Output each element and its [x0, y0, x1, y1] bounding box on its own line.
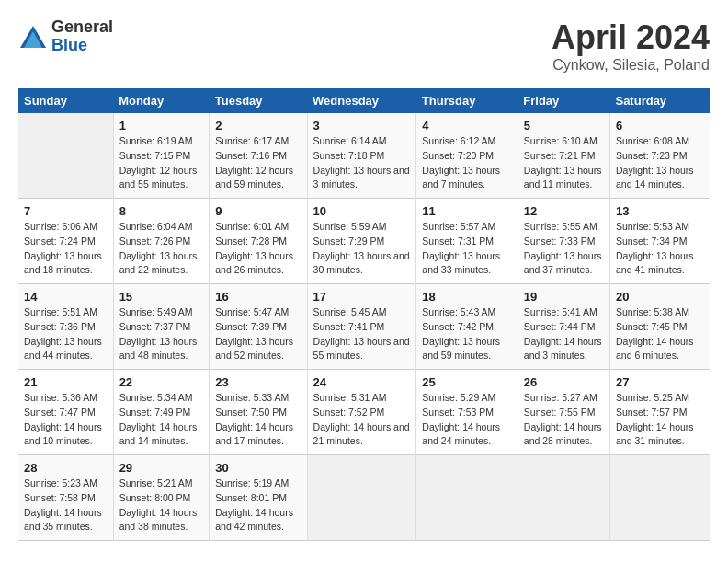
- day-cell-w4-d5: [518, 455, 609, 541]
- day-number: 30: [215, 461, 301, 475]
- day-number: 8: [119, 204, 204, 218]
- day-cell-w2-d6: 20Sunrise: 5:38 AMSunset: 7:45 PMDayligh…: [609, 284, 710, 370]
- day-cell-w4-d1: 29Sunrise: 5:21 AMSunset: 8:00 PMDayligh…: [113, 455, 210, 541]
- header-sunday: Sunday: [18, 88, 113, 113]
- cell-detail: Sunrise: 6:06 AMSunset: 7:24 PMDaylight:…: [24, 220, 108, 278]
- location-subtitle: Cynkow, Silesia, Poland: [552, 57, 710, 74]
- week-row-1: 7Sunrise: 6:06 AMSunset: 7:24 PMDaylight…: [18, 199, 710, 284]
- day-number: 6: [616, 119, 704, 132]
- day-number: 4: [422, 119, 511, 132]
- week-row-2: 14Sunrise: 5:51 AMSunset: 7:36 PMDayligh…: [18, 284, 710, 370]
- calendar-table: Sunday Monday Tuesday Wednesday Thursday…: [18, 88, 710, 541]
- day-cell-w4-d6: [609, 455, 710, 541]
- logo-blue-text: Blue: [51, 37, 113, 55]
- day-number: 27: [616, 375, 704, 389]
- header-row: Sunday Monday Tuesday Wednesday Thursday…: [18, 88, 710, 113]
- day-cell-w2-d4: 18Sunrise: 5:43 AMSunset: 7:42 PMDayligh…: [416, 284, 518, 370]
- day-cell-w1-d4: 11Sunrise: 5:57 AMSunset: 7:31 PMDayligh…: [416, 199, 518, 284]
- day-cell-w0-d2: 2Sunrise: 6:17 AMSunset: 7:16 PMDaylight…: [210, 113, 307, 199]
- cell-detail: Sunrise: 5:51 AMSunset: 7:36 PMDaylight:…: [24, 305, 108, 363]
- cell-detail: Sunrise: 5:55 AMSunset: 7:33 PMDaylight:…: [524, 220, 604, 278]
- day-number: 13: [616, 204, 704, 218]
- day-cell-w3-d4: 25Sunrise: 5:29 AMSunset: 7:53 PMDayligh…: [416, 370, 518, 455]
- day-cell-w2-d1: 15Sunrise: 5:49 AMSunset: 7:37 PMDayligh…: [113, 284, 210, 370]
- day-cell-w1-d6: 13Sunrise: 5:53 AMSunset: 7:34 PMDayligh…: [609, 199, 710, 284]
- day-cell-w4-d0: 28Sunrise: 5:23 AMSunset: 7:58 PMDayligh…: [18, 455, 113, 541]
- day-cell-w0-d5: 5Sunrise: 6:10 AMSunset: 7:21 PMDaylight…: [518, 113, 609, 199]
- logo-text: General Blue: [51, 18, 113, 55]
- calendar-body: 1Sunrise: 6:19 AMSunset: 7:15 PMDaylight…: [18, 113, 710, 541]
- day-cell-w0-d4: 4Sunrise: 6:12 AMSunset: 7:20 PMDaylight…: [416, 113, 518, 199]
- cell-detail: Sunrise: 5:38 AMSunset: 7:45 PMDaylight:…: [616, 305, 704, 363]
- day-number: 10: [313, 204, 411, 218]
- day-number: 9: [215, 204, 301, 218]
- day-cell-w4-d3: [307, 455, 416, 541]
- day-number: 3: [313, 119, 411, 132]
- title-block: April 2024 Cynkow, Silesia, Poland: [552, 18, 710, 74]
- cell-detail: Sunrise: 5:45 AMSunset: 7:41 PMDaylight:…: [313, 305, 411, 363]
- cell-detail: Sunrise: 5:36 AMSunset: 7:47 PMDaylight:…: [24, 391, 108, 449]
- day-cell-w3-d3: 24Sunrise: 5:31 AMSunset: 7:52 PMDayligh…: [307, 370, 416, 455]
- header-thursday: Thursday: [416, 88, 518, 113]
- day-cell-w2-d3: 17Sunrise: 5:45 AMSunset: 7:41 PMDayligh…: [307, 284, 416, 370]
- day-cell-w3-d1: 22Sunrise: 5:34 AMSunset: 7:49 PMDayligh…: [113, 370, 210, 455]
- day-number: 24: [313, 375, 411, 389]
- day-cell-w3-d5: 26Sunrise: 5:27 AMSunset: 7:55 PMDayligh…: [518, 370, 609, 455]
- header-friday: Friday: [518, 88, 609, 113]
- day-number: 28: [24, 461, 108, 475]
- day-cell-w2-d2: 16Sunrise: 5:47 AMSunset: 7:39 PMDayligh…: [210, 284, 307, 370]
- header-wednesday: Wednesday: [307, 88, 416, 113]
- cell-detail: Sunrise: 6:10 AMSunset: 7:21 PMDaylight:…: [524, 134, 604, 192]
- day-number: 11: [422, 204, 511, 218]
- cell-detail: Sunrise: 5:41 AMSunset: 7:44 PMDaylight:…: [524, 305, 604, 363]
- day-number: 14: [24, 290, 108, 304]
- day-cell-w1-d3: 10Sunrise: 5:59 AMSunset: 7:29 PMDayligh…: [307, 199, 416, 284]
- day-number: 21: [24, 375, 108, 389]
- cell-detail: Sunrise: 5:21 AMSunset: 8:00 PMDaylight:…: [119, 477, 204, 534]
- cell-detail: Sunrise: 6:08 AMSunset: 7:23 PMDaylight:…: [616, 134, 704, 192]
- day-number: 7: [24, 204, 108, 218]
- cell-detail: Sunrise: 5:29 AMSunset: 7:53 PMDaylight:…: [422, 391, 511, 449]
- day-cell-w1-d1: 8Sunrise: 6:04 AMSunset: 7:26 PMDaylight…: [113, 199, 210, 284]
- page-header: General Blue April 2024 Cynkow, Silesia,…: [18, 18, 710, 74]
- cell-detail: Sunrise: 5:23 AMSunset: 7:58 PMDaylight:…: [24, 477, 108, 534]
- day-number: 29: [119, 461, 204, 475]
- logo: General Blue: [18, 18, 113, 55]
- header-saturday: Saturday: [609, 88, 710, 113]
- day-cell-w0-d0: [18, 113, 113, 199]
- cell-detail: Sunrise: 6:17 AMSunset: 7:16 PMDaylight:…: [215, 134, 301, 192]
- day-number: 19: [524, 290, 604, 304]
- logo-icon: [18, 24, 48, 50]
- day-number: 15: [119, 290, 204, 304]
- cell-detail: Sunrise: 5:49 AMSunset: 7:37 PMDaylight:…: [119, 305, 204, 363]
- day-cell-w0-d1: 1Sunrise: 6:19 AMSunset: 7:15 PMDaylight…: [113, 113, 210, 199]
- day-cell-w1-d5: 12Sunrise: 5:55 AMSunset: 7:33 PMDayligh…: [518, 199, 609, 284]
- day-cell-w4-d2: 30Sunrise: 5:19 AMSunset: 8:01 PMDayligh…: [210, 455, 307, 541]
- day-number: 2: [215, 119, 301, 132]
- day-number: 25: [422, 375, 511, 389]
- cell-detail: Sunrise: 5:53 AMSunset: 7:34 PMDaylight:…: [616, 220, 704, 278]
- day-cell-w2-d5: 19Sunrise: 5:41 AMSunset: 7:44 PMDayligh…: [518, 284, 609, 370]
- day-cell-w0-d3: 3Sunrise: 6:14 AMSunset: 7:18 PMDaylight…: [307, 113, 416, 199]
- calendar-header: Sunday Monday Tuesday Wednesday Thursday…: [18, 88, 710, 113]
- day-number: 20: [616, 290, 704, 304]
- day-cell-w2-d0: 14Sunrise: 5:51 AMSunset: 7:36 PMDayligh…: [18, 284, 113, 370]
- day-number: 5: [524, 119, 604, 132]
- day-cell-w0-d6: 6Sunrise: 6:08 AMSunset: 7:23 PMDaylight…: [609, 113, 710, 199]
- day-number: 18: [422, 290, 511, 304]
- cell-detail: Sunrise: 5:34 AMSunset: 7:49 PMDaylight:…: [119, 391, 204, 449]
- cell-detail: Sunrise: 5:25 AMSunset: 7:57 PMDaylight:…: [616, 391, 704, 449]
- day-cell-w1-d2: 9Sunrise: 6:01 AMSunset: 7:28 PMDaylight…: [210, 199, 307, 284]
- cell-detail: Sunrise: 6:04 AMSunset: 7:26 PMDaylight:…: [119, 220, 204, 278]
- day-cell-w4-d4: [416, 455, 518, 541]
- cell-detail: Sunrise: 5:33 AMSunset: 7:50 PMDaylight:…: [215, 391, 301, 449]
- day-number: 26: [524, 375, 604, 389]
- cell-detail: Sunrise: 5:19 AMSunset: 8:01 PMDaylight:…: [215, 477, 301, 534]
- header-tuesday: Tuesday: [210, 88, 307, 113]
- day-number: 23: [215, 375, 301, 389]
- cell-detail: Sunrise: 5:31 AMSunset: 7:52 PMDaylight:…: [313, 391, 411, 449]
- cell-detail: Sunrise: 5:57 AMSunset: 7:31 PMDaylight:…: [422, 220, 511, 278]
- day-cell-w3-d6: 27Sunrise: 5:25 AMSunset: 7:57 PMDayligh…: [609, 370, 710, 455]
- cell-detail: Sunrise: 6:01 AMSunset: 7:28 PMDaylight:…: [215, 220, 301, 278]
- cell-detail: Sunrise: 5:59 AMSunset: 7:29 PMDaylight:…: [313, 220, 411, 278]
